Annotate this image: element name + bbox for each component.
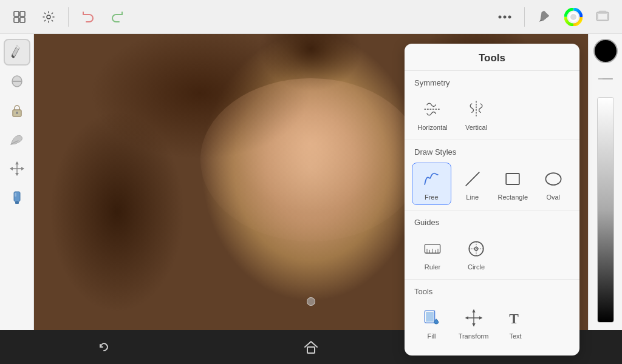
svg-rect-17 [598, 13, 607, 20]
undo-button[interactable] [76, 5, 100, 29]
right-color-panel [588, 34, 622, 330]
tool-oval[interactable]: Oval [535, 163, 573, 204]
svg-line-37 [466, 172, 479, 186]
tools-grid: Fill Transform T Text [405, 300, 579, 348]
ruler-icon [420, 237, 445, 261]
svg-rect-38 [506, 174, 519, 184]
svg-marker-26 [15, 161, 19, 164]
line-label: Line [466, 194, 479, 201]
tool-text[interactable]: T Text [496, 302, 535, 343]
svg-rect-51 [426, 312, 434, 322]
ruler-label: Ruler [425, 263, 440, 271]
more-button[interactable] [493, 5, 517, 29]
settings-button[interactable] [36, 5, 61, 29]
tools-section-label: Tools [405, 280, 579, 300]
svg-text:T: T [509, 311, 519, 326]
svg-marker-29 [21, 167, 24, 170]
svg-point-4 [47, 15, 50, 19]
svg-marker-52 [472, 309, 475, 312]
tool-ruler[interactable]: Ruler [412, 233, 453, 274]
redo-button[interactable] [105, 5, 129, 29]
pencil-tool[interactable] [4, 39, 30, 66]
line-icon [460, 167, 485, 191]
transform-icon [462, 306, 486, 330]
lock-tool[interactable] [4, 97, 30, 124]
top-toolbar [0, 0, 622, 34]
text-icon: T [504, 306, 528, 330]
svg-point-7 [508, 15, 511, 18]
svg-marker-53 [472, 323, 475, 326]
svg-rect-57 [307, 347, 315, 353]
horizontal-label: Horizontal [417, 124, 448, 131]
left-tool-panel [0, 34, 34, 330]
draw-styles-label: Draw Styles [405, 140, 579, 160]
oval-icon [541, 167, 566, 191]
grid-button[interactable] [7, 5, 32, 29]
layers-button[interactable] [590, 5, 615, 29]
svg-point-39 [545, 173, 561, 185]
move-tool[interactable] [4, 155, 30, 182]
tool-transform[interactable]: Transform [454, 302, 493, 343]
vertical-symmetry-icon [464, 97, 488, 121]
svg-point-6 [504, 15, 507, 18]
tool-vertical[interactable]: Vertical [456, 93, 497, 135]
tool-rectangle[interactable]: Rectangle [494, 163, 532, 204]
canvas-indicator [307, 297, 315, 306]
svg-marker-54 [465, 316, 468, 319]
svg-marker-27 [15, 173, 19, 176]
draw-styles-grid: Free Line Rectangle Ova [405, 160, 579, 211]
svg-point-5 [499, 15, 502, 18]
free-draw-icon [419, 167, 443, 191]
brushes-button[interactable] [532, 5, 556, 29]
circle-label: Circle [468, 263, 485, 271]
symmetry-grid: Horizontal Vertical [405, 91, 579, 140]
back-button[interactable] [89, 332, 118, 362]
tool-free[interactable]: Free [412, 163, 451, 205]
home-button[interactable] [296, 332, 326, 362]
oval-label: Oval [546, 194, 560, 201]
color-wheel-button[interactable] [561, 5, 586, 29]
fill-label: Fill [427, 332, 436, 340]
svg-line-34 [598, 77, 602, 81]
svg-rect-18 [599, 11, 606, 13]
eraser-tool[interactable] [4, 68, 30, 95]
vertical-label: Vertical [465, 124, 487, 131]
free-label: Free [425, 194, 439, 201]
toolbar-separator [68, 7, 69, 27]
svg-marker-28 [10, 167, 13, 170]
fill-icon [420, 306, 444, 330]
tool-line[interactable]: Line [454, 163, 492, 204]
color-picker-icon[interactable] [586, 60, 622, 98]
tools-popup: Tools Symmetry Horizontal Vertical [405, 44, 579, 356]
rectangle-label: Rectangle [497, 194, 528, 201]
svg-rect-0 [14, 12, 19, 16]
guides-grid: Ruler Circle [405, 231, 579, 280]
symmetry-label: Symmetry [405, 71, 579, 91]
smudge-tool[interactable] [4, 126, 30, 153]
circle-guide-icon [464, 237, 488, 261]
toolbar-separator-2 [524, 7, 525, 27]
transform-label: Transform [459, 332, 489, 340]
rectangle-icon [501, 167, 525, 191]
opacity-slider[interactable] [597, 97, 614, 323]
tool-fill[interactable]: Fill [412, 302, 451, 343]
horizontal-symmetry-icon [420, 97, 445, 121]
svg-point-15 [570, 14, 576, 20]
svg-point-25 [16, 112, 18, 114]
svg-rect-3 [20, 18, 25, 22]
svg-rect-23 [12, 81, 22, 82]
tool-circle[interactable]: Circle [456, 233, 497, 274]
tool-horizontal[interactable]: Horizontal [412, 93, 453, 135]
svg-marker-55 [479, 316, 482, 319]
svg-rect-1 [20, 12, 25, 16]
svg-rect-31 [15, 201, 19, 204]
svg-rect-2 [14, 18, 19, 22]
guides-label: Guides [405, 211, 579, 231]
marker-tool[interactable] [4, 184, 30, 211]
svg-rect-32 [15, 193, 16, 197]
popup-title: Tools [405, 44, 579, 71]
text-label: Text [509, 332, 521, 340]
